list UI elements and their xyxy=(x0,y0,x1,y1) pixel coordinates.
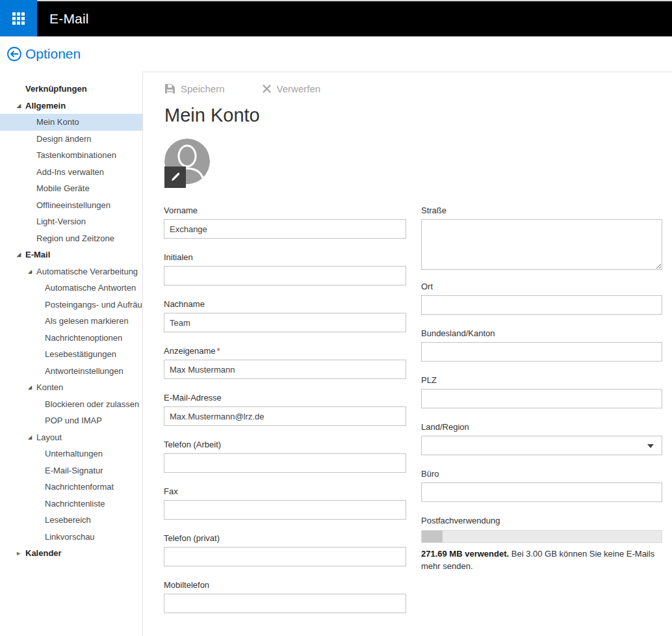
tree-expanded-icon[interactable]: ◢ xyxy=(28,429,32,446)
sidebar-item-label: Add-Ins verwalten xyxy=(36,167,104,177)
sidebar-item-label: Als gelesen markieren xyxy=(45,316,129,326)
waffle-icon xyxy=(12,12,25,25)
sidebar-item-mein-konto[interactable]: Mein Konto xyxy=(0,114,142,131)
discard-x-icon xyxy=(263,85,271,93)
sidebar-item-pop-und-imap[interactable]: POP und IMAP xyxy=(0,412,142,429)
field-initialen: Initialen xyxy=(164,252,406,285)
sidebar-item-label: Nachrichtenoptionen xyxy=(45,333,122,343)
e-mail-adresse-input[interactable] xyxy=(164,406,406,426)
app-bar: E-Mail xyxy=(0,0,672,36)
field-ort: Ort xyxy=(421,282,662,315)
sidebar-item-design-andern[interactable]: Design ändern xyxy=(0,131,142,148)
content-panel: Speichern Verwerfen Mein Konto VornameIn xyxy=(142,72,672,636)
top-edge-strip xyxy=(37,0,672,1)
mailbox-usage-section: Postfachverwendung271.69 MB verwendet. B… xyxy=(421,516,662,572)
plz-input[interactable] xyxy=(421,389,662,408)
sidebar-item-mobile-gerate[interactable]: Mobile Geräte xyxy=(0,180,142,197)
edit-photo-button[interactable] xyxy=(164,166,186,188)
sidebar-item-label: Mein Konto xyxy=(36,117,79,127)
strasse-textarea[interactable] xyxy=(421,219,662,270)
field-strasse: Straße xyxy=(421,205,662,270)
sidebar-item-label: Blockieren oder zulassen xyxy=(45,399,139,409)
sidebar-item-layout[interactable]: ◢Layout xyxy=(0,429,142,446)
ort-input[interactable] xyxy=(421,295,662,315)
tree-expanded-icon[interactable]: ◢ xyxy=(28,263,32,280)
mailbox-used-amount: 271.69 MB verwendet. xyxy=(421,549,509,559)
sidebar-item-linkvorschau[interactable]: Linkvorschau xyxy=(0,529,142,546)
form-column-right: StraßeOrtBundesland/KantonPLZLand/Region… xyxy=(421,205,662,572)
sidebar-item-blockieren-oder-zulassen[interactable]: Blockieren oder zulassen xyxy=(0,396,142,413)
sidebar-item-nachrichtenoptionen[interactable]: Nachrichtenoptionen xyxy=(0,330,142,347)
initialen-input[interactable] xyxy=(164,266,406,285)
sidebar-item-label: E-Mail-Signatur xyxy=(45,466,103,475)
tree-collapsed-icon[interactable]: ▸ xyxy=(17,545,20,562)
sidebar-item-label: Light-Version xyxy=(36,217,86,226)
initialen-label: Initialen xyxy=(164,252,406,263)
sidebar-item-antworteinstellungen[interactable]: Antworteinstellungen xyxy=(0,363,142,380)
sidebar-item-add-ins-verwalten[interactable]: Add-Ins verwalten xyxy=(0,164,142,181)
field-telefon-arbeit: Telefon (Arbeit) xyxy=(164,440,406,473)
buro-input[interactable] xyxy=(421,483,662,502)
sidebar-item-offlineeinstellungen[interactable]: Offlineeinstellungen xyxy=(0,197,142,214)
telefon-privat-input[interactable] xyxy=(164,547,406,566)
sidebar-item-lesebereich[interactable]: Lesebereich xyxy=(0,512,142,529)
app-launcher-button[interactable] xyxy=(0,0,37,36)
required-asterisk: * xyxy=(217,346,220,356)
strasse-label: Straße xyxy=(421,205,662,216)
sidebar-item-verknupfungen[interactable]: Verknüpfungen xyxy=(0,81,142,98)
field-telefon-privat: Telefon (privat) xyxy=(164,533,406,566)
mailbox-usage-text: 271.69 MB verwendet. Bei 3.00 GB können … xyxy=(421,548,662,572)
sidebar-item-label: E-Mail xyxy=(25,250,50,259)
sidebar-item-label: Automatische Antworten xyxy=(45,283,136,293)
save-button[interactable]: Speichern xyxy=(165,83,225,94)
sidebar-item-label: Offlineeinstellungen xyxy=(36,200,110,210)
sidebar-item-label: Lesebestätigungen xyxy=(45,349,116,359)
sidebar-item-tastenkombinationen[interactable]: Tastenkombinationen xyxy=(0,147,142,164)
sidebar-item-light-version[interactable]: Light-Version xyxy=(0,213,142,230)
e-mail-adresse-label: E-Mail-Adresse xyxy=(164,393,406,403)
mailbox-usage-label: Postfachverwendung xyxy=(421,516,662,526)
field-bundesland-kanton: Bundesland/Kanton xyxy=(421,328,662,362)
chevron-down-icon xyxy=(647,444,654,448)
sidebar-item-label: Mobile Geräte xyxy=(36,183,90,193)
sidebar-item-allgemein[interactable]: ◢Allgemein xyxy=(0,98,142,114)
sidebar-item-unterhaltungen[interactable]: Unterhaltungen xyxy=(0,445,142,462)
mailbox-usage-progressbar xyxy=(421,530,662,543)
tree-expanded-icon[interactable]: ◢ xyxy=(17,246,21,263)
fax-input[interactable] xyxy=(164,500,406,520)
discard-button[interactable]: Verwerfen xyxy=(263,83,321,94)
sidebar-item-label: Posteingangs- und Aufräu xyxy=(45,300,142,310)
sidebar-item-posteingangs-und-aufrau[interactable]: Posteingangs- und Aufräu xyxy=(0,297,142,313)
mobiltelefon-input[interactable] xyxy=(164,594,406,613)
vorname-input[interactable] xyxy=(164,219,406,239)
field-vorname: Vorname xyxy=(164,205,406,239)
telefon-arbeit-input[interactable] xyxy=(164,453,406,473)
sidebar-item-label: Antworteinstellungen xyxy=(45,366,123,376)
sidebar-item-lesebestatigungen[interactable]: Lesebestätigungen xyxy=(0,346,142,363)
bundesland-kanton-input[interactable] xyxy=(421,342,662,362)
options-back-button[interactable]: Optionen xyxy=(0,36,81,72)
field-buro: Büro xyxy=(421,469,662,502)
sidebar-item-als-gelesen-markieren[interactable]: Als gelesen markieren xyxy=(0,313,142,330)
sidebar-item-nachrichtenformat[interactable]: Nachrichtenformat xyxy=(0,479,142,496)
sidebar-item-region-und-zeitzone[interactable]: Region und Zeitzone xyxy=(0,230,142,247)
tree-expanded-icon[interactable]: ◢ xyxy=(28,379,32,396)
tree-expanded-icon[interactable]: ◢ xyxy=(17,98,21,114)
sidebar-item-e-mail[interactable]: ◢E-Mail xyxy=(0,246,142,263)
app-title: E-Mail xyxy=(49,0,89,36)
nachname-input[interactable] xyxy=(164,313,406,332)
land-region-select[interactable] xyxy=(421,436,662,455)
back-arrow-icon xyxy=(6,46,22,62)
sidebar-item-automatische-antworten[interactable]: Automatische Antworten xyxy=(0,280,142,297)
sidebar-item-automatische-verarbeitung[interactable]: ◢Automatische Verarbeitung xyxy=(0,263,142,280)
sidebar-item-label: Nachrichtenliste xyxy=(45,499,105,509)
sidebar-item-kalender[interactable]: ▸Kalender xyxy=(0,545,142,562)
fax-label: Fax xyxy=(164,486,406,497)
sidebar-item-label: Tastenkombinationen xyxy=(36,150,116,160)
nachname-label: Nachname xyxy=(164,299,406,310)
sidebar-item-nachrichtenliste[interactable]: Nachrichtenliste xyxy=(0,496,142,512)
sidebar-item-e-mail-signatur[interactable]: E-Mail-Signatur xyxy=(0,462,142,479)
sidebar-item-konten[interactable]: ◢Konten xyxy=(0,379,142,396)
anzeigename-input[interactable] xyxy=(164,360,406,379)
sidebar-item-label: Konten xyxy=(36,382,63,392)
